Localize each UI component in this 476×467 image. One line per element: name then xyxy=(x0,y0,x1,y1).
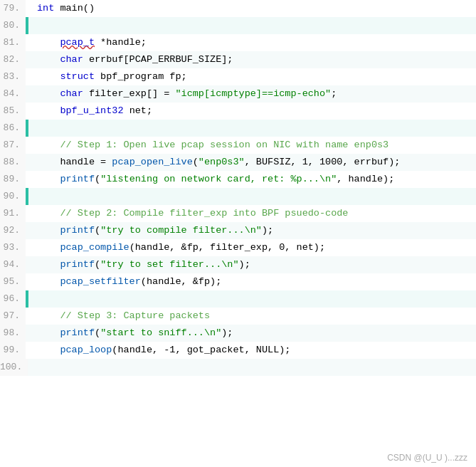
line-number: 87. xyxy=(0,137,26,154)
line-number: 91. xyxy=(0,205,26,222)
code-line: 97. // Step 3: Capture packets xyxy=(0,308,476,325)
line-number: 89. xyxy=(0,171,26,188)
line-content xyxy=(28,290,476,308)
line-number: 93. xyxy=(0,239,26,256)
code-line: 96. xyxy=(0,290,476,308)
line-number: 90. xyxy=(0,188,26,205)
line-content: struct bpf_program fp; xyxy=(28,68,476,85)
line-number: 79. xyxy=(0,0,26,17)
code-line: 95. pcap_setfilter(handle, &fp); xyxy=(0,273,476,290)
line-content: // Step 3: Capture packets xyxy=(28,308,476,325)
line-number: 88. xyxy=(0,154,26,171)
line-content xyxy=(28,17,476,34)
line-number: 98. xyxy=(0,325,26,342)
line-content: // Step 2: Compile filter_exp into BPF p… xyxy=(28,205,476,222)
code-line: 82. char errbuf[PCAP_ERRBUF_SIZE]; xyxy=(0,51,476,68)
code-line: 79.int main() xyxy=(0,0,476,17)
line-content: printf("try to set filter...\n"); xyxy=(28,256,476,273)
line-number: 92. xyxy=(0,222,26,239)
code-line: 85. bpf_u_int32 net; xyxy=(0,103,476,120)
code-line: 90. xyxy=(0,188,476,205)
line-number: 97. xyxy=(0,308,26,325)
line-content xyxy=(31,359,476,376)
code-line: 93. pcap_compile(handle, &fp, filter_exp… xyxy=(0,239,476,256)
code-line: 94. printf("try to set filter...\n"); xyxy=(0,256,476,273)
line-number: 83. xyxy=(0,68,26,85)
line-content: char filter_exp[] = "icmp[icmptype]==icm… xyxy=(28,85,476,103)
line-number: 100. xyxy=(0,359,28,376)
line-content: int main() xyxy=(28,0,476,17)
line-number: 85. xyxy=(0,103,26,120)
line-number: 96. xyxy=(0,290,26,308)
line-content: // Step 1: Open live pcap session on NIC… xyxy=(28,137,476,154)
line-content xyxy=(28,188,476,205)
code-line: 84. char filter_exp[] = "icmp[icmptype]=… xyxy=(0,85,476,103)
line-number: 82. xyxy=(0,51,26,68)
code-line: 100. xyxy=(0,359,476,376)
line-content: bpf_u_int32 net; xyxy=(28,103,476,120)
code-editor: 79.int main()80.81. pcap_t *handle;82. c… xyxy=(0,0,476,467)
code-line: 86. xyxy=(0,120,476,137)
line-content: printf("listening on network card, ret: … xyxy=(28,171,476,188)
code-line: 98. printf("start to sniff...\n"); xyxy=(0,325,476,342)
line-content: pcap_t *handle; xyxy=(28,34,476,51)
line-content xyxy=(28,120,476,137)
line-content: char errbuf[PCAP_ERRBUF_SIZE]; xyxy=(28,51,476,68)
line-number: 94. xyxy=(0,256,26,273)
code-line: 80. xyxy=(0,17,476,34)
code-line: 89. printf("listening on network card, r… xyxy=(0,171,476,188)
line-content: pcap_loop(handle, -1, got_packet, NULL); xyxy=(28,342,476,359)
watermark: CSDN @(U_U )...zzz xyxy=(387,453,467,463)
code-line: 99. pcap_loop(handle, -1, got_packet, NU… xyxy=(0,342,476,359)
line-number: 80. xyxy=(0,17,26,34)
line-number: 81. xyxy=(0,34,26,51)
line-number: 99. xyxy=(0,342,26,359)
code-line: 81. pcap_t *handle; xyxy=(0,34,476,51)
line-number: 84. xyxy=(0,85,26,103)
line-content: pcap_setfilter(handle, &fp); xyxy=(28,273,476,290)
code-line: 91. // Step 2: Compile filter_exp into B… xyxy=(0,205,476,222)
code-line: 88. handle = pcap_open_live("enp0s3", BU… xyxy=(0,154,476,171)
line-number: 86. xyxy=(0,120,26,137)
code-line: 87. // Step 1: Open live pcap session on… xyxy=(0,137,476,154)
line-content: handle = pcap_open_live("enp0s3", BUFSIZ… xyxy=(28,154,476,171)
line-content: pcap_compile(handle, &fp, filter_exp, 0,… xyxy=(28,239,476,256)
line-content: printf("try to compile filter...\n"); xyxy=(28,222,476,239)
line-content: printf("start to sniff...\n"); xyxy=(28,325,476,342)
code-line: 83. struct bpf_program fp; xyxy=(0,68,476,85)
code-line: 92. printf("try to compile filter...\n")… xyxy=(0,222,476,239)
line-number: 95. xyxy=(0,273,26,290)
